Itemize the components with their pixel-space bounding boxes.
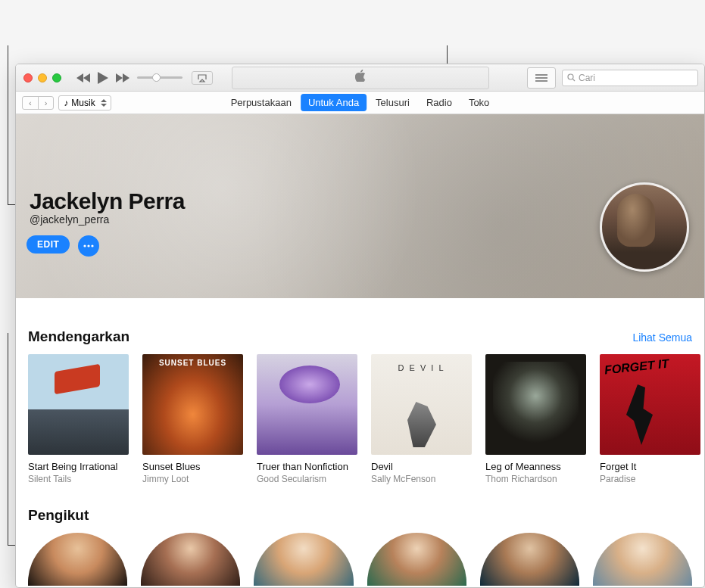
- playback-controls: [76, 72, 129, 84]
- album-artist: Good Secularism: [257, 474, 357, 484]
- itunes-window: Cari ‹ › ♪Musik Perpustakaan Untuk Anda …: [15, 64, 705, 588]
- titlebar: Cari: [16, 64, 704, 92]
- album-art: [257, 354, 357, 455]
- album-artist: Jimmy Loot: [142, 474, 243, 484]
- album-art: [371, 354, 472, 455]
- album-title: Sunset Blues: [142, 461, 243, 472]
- more-options-button[interactable]: [78, 235, 99, 257]
- edit-profile-button[interactable]: EDIT: [27, 235, 70, 254]
- apple-logo-icon: [355, 70, 366, 86]
- tab-store[interactable]: Toko: [461, 94, 497, 111]
- svg-point-0: [568, 74, 573, 79]
- tab-browse[interactable]: Telusuri: [368, 94, 417, 111]
- album-title: Forget It: [600, 461, 700, 472]
- follower-avatar[interactable]: [367, 533, 466, 586]
- section-tabs: Perpustakaan Untuk Anda Telusuri Radio T…: [223, 94, 498, 111]
- tab-library[interactable]: Perpustakaan: [223, 94, 299, 111]
- album-artist: Sally McFenson: [371, 474, 472, 484]
- svg-point-2: [83, 244, 86, 247]
- ellipsis-icon: [83, 244, 94, 247]
- followers-row: [28, 533, 692, 586]
- tab-radio[interactable]: Radio: [419, 94, 460, 111]
- album-card[interactable]: Start Being Irrational Silent Tails: [28, 354, 129, 484]
- listening-section-title: Mendengarkan: [28, 328, 129, 345]
- minimize-window-button[interactable]: [38, 73, 47, 82]
- profile-avatar[interactable]: [600, 182, 689, 272]
- follower-avatar[interactable]: [28, 533, 127, 586]
- follower-avatar[interactable]: [593, 533, 692, 586]
- next-track-button[interactable]: [116, 73, 129, 82]
- zoom-window-button[interactable]: [52, 73, 61, 82]
- listening-row: Start Being Irrational Silent Tails Suns…: [28, 354, 692, 484]
- prev-track-button[interactable]: [76, 73, 90, 82]
- follower-avatar[interactable]: [480, 533, 579, 586]
- nav-back-button[interactable]: ‹: [23, 97, 39, 109]
- album-art: [600, 354, 700, 455]
- volume-slider[interactable]: [137, 76, 182, 79]
- tab-for-you[interactable]: Untuk Anda: [301, 94, 367, 111]
- followers-section-title: Pengikut: [28, 507, 692, 524]
- media-picker[interactable]: ♪Musik: [58, 95, 111, 110]
- album-art: [28, 354, 129, 455]
- album-card[interactable]: Leg of Meanness Thom Richardson: [485, 354, 586, 484]
- follower-avatar[interactable]: [254, 533, 353, 586]
- follower-avatar[interactable]: [141, 533, 240, 586]
- svg-point-3: [87, 244, 89, 247]
- profile-name: Jackelyn Perra: [30, 188, 185, 214]
- album-title: Start Being Irrational: [28, 461, 129, 472]
- search-icon: [567, 73, 576, 82]
- svg-point-4: [91, 244, 93, 247]
- close-window-button[interactable]: [23, 73, 33, 82]
- album-title: Devil: [371, 461, 472, 472]
- album-artist: Paradise: [600, 474, 700, 484]
- search-input[interactable]: Cari: [562, 70, 698, 86]
- up-next-button[interactable]: [527, 67, 556, 89]
- nav-bar: ‹ › ♪Musik Perpustakaan Untuk Anda Telus…: [16, 92, 704, 114]
- album-title: Leg of Meanness: [485, 461, 586, 472]
- svg-line-1: [572, 79, 575, 81]
- window-controls: [23, 73, 61, 82]
- album-card[interactable]: Devil Sally McFenson: [371, 354, 472, 484]
- album-card[interactable]: Sunset Blues Jimmy Loot: [142, 354, 243, 484]
- album-card[interactable]: Forget It Paradise: [600, 354, 700, 484]
- airplay-button[interactable]: [192, 71, 213, 85]
- album-art: [142, 354, 243, 455]
- nav-forward-button[interactable]: ›: [39, 97, 54, 109]
- album-artist: Thom Richardson: [485, 474, 586, 484]
- listening-see-all-link[interactable]: Lihat Semua: [632, 331, 692, 344]
- media-picker-label: Musik: [71, 98, 95, 108]
- album-title: Truer than Nonfiction: [257, 461, 357, 472]
- profile-handle: @jackelyn_perra: [30, 213, 109, 226]
- album-card[interactable]: Truer than Nonfiction Good Secularism: [257, 354, 357, 484]
- profile-header: Jackelyn Perra @jackelyn_perra EDIT: [16, 114, 704, 298]
- now-playing-lcd: [232, 67, 489, 89]
- search-placeholder: Cari: [579, 73, 595, 83]
- album-artist: Silent Tails: [28, 474, 129, 484]
- play-button[interactable]: [98, 72, 108, 84]
- album-art: [485, 354, 586, 455]
